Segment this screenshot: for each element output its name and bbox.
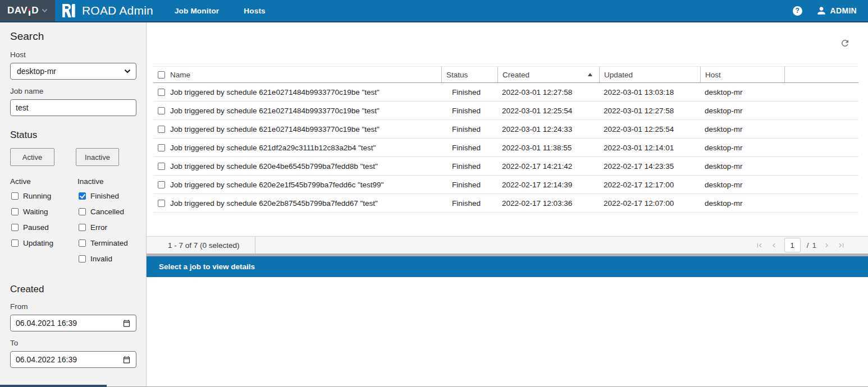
created-from-label: From [10,302,136,311]
job-name-input[interactable]: test [10,99,136,116]
status-checkbox-inactive-4[interactable] [79,255,86,262]
page-separator: / [807,241,809,250]
job-created-cell: 2022-02-17 14:21:42 [497,162,599,171]
host-select[interactable]: desktop-mr [10,63,136,80]
job-updated-cell: 2022-03-01 13:03:18 [599,88,700,96]
first-page-icon [755,241,764,250]
table-row-6[interactable]: Job triggered by schedule 620e2b87545b79… [153,194,858,213]
page-number-input[interactable]: 1 [784,238,801,252]
job-name-cell: Job triggered by schedule 620e4be6545b79… [170,162,378,171]
column-header-status[interactable]: Status [441,67,497,82]
inactive-button[interactable]: Inactive [76,148,119,166]
table-row-0[interactable]: Job triggered by schedule 621e0271484b99… [153,83,858,102]
job-name-cell: Job triggered by schedule 621e0271484b99… [170,107,380,115]
row-checkbox-4[interactable] [158,163,165,170]
pagination-controls: 1 /1 [755,238,846,252]
job-status-cell: Finished [441,107,497,115]
job-updated-cell: 2022-02-17 12:17:00 [599,181,700,189]
pagination-bar: 1 - 7 of 7 (0 selected) 1 /1 [147,236,868,254]
job-created-cell: 2022-03-01 11:38:55 [497,144,599,152]
status-checkbox-active-0[interactable] [11,192,19,200]
status-option-inactive-0[interactable]: Finished [77,192,128,200]
jobs-table: Name Status Created Updated Host Job [153,66,858,213]
status-checkbox-inactive-2[interactable] [79,224,86,231]
job-updated-cell: 2022-03-01 12:14:01 [599,144,700,152]
table-row-3[interactable]: Job triggered by schedule 621df2a29c3111… [153,139,858,157]
chevron-down-icon [42,8,48,13]
job-updated-cell: 2022-02-17 14:23:35 [599,162,700,171]
created-from-input[interactable]: 06.04.2021 16:39 [10,315,136,331]
select-all-checkbox[interactable] [158,71,165,79]
job-host-cell: desktop-mr [700,162,784,171]
road-admin-brand: ROAD Admin [61,3,153,19]
status-checkbox-inactive-0[interactable] [79,192,86,200]
person-icon [816,5,827,16]
created-from-value: 06.04.2021 16:39 [16,319,122,328]
column-header-created[interactable]: Created [497,67,599,82]
help-icon[interactable]: ? [793,6,802,16]
sort-asc-icon [588,73,592,76]
status-buttons: Active Inactive [10,148,136,166]
active-options-column: Running Waiting Paused Updating [10,192,77,270]
row-checkbox-6[interactable] [158,200,165,207]
status-option-inactive-3[interactable]: Terminated [77,239,128,247]
nav-item-hosts[interactable]: Hosts [244,7,266,15]
next-page-button[interactable] [823,241,831,250]
status-checkbox-inactive-3[interactable] [79,239,86,247]
david-logo-menu[interactable]: DAVD [0,0,55,21]
job-created-cell: 2022-03-01 12:24:33 [497,125,599,133]
status-checkbox-inactive-1[interactable] [79,208,86,215]
user-menu[interactable]: ADMIN [816,5,857,16]
chevron-down-icon [124,69,131,73]
inactive-options-column: Finished Cancelled Error Termina [77,192,128,270]
row-checkbox-0[interactable] [158,89,165,96]
first-page-button[interactable] [755,241,764,250]
status-checkbox-active-2[interactable] [11,224,19,231]
status-option-inactive-4[interactable]: Invalid [77,255,128,263]
status-option-inactive-1[interactable]: Cancelled [77,208,128,216]
created-to-value: 06.04.2022 16:39 [16,355,122,364]
active-group-label: Active [10,177,77,186]
table-body: Job triggered by schedule 621e0271484b99… [153,83,858,213]
row-checkbox-1[interactable] [158,107,165,114]
table-row-4[interactable]: Job triggered by schedule 620e4be6545b79… [153,157,858,176]
status-option-active-3[interactable]: Updating [10,239,77,247]
status-options: Running Waiting Paused Updating [10,192,136,270]
page-total-value: 1 [812,241,816,250]
column-header-host[interactable]: Host [700,67,784,82]
status-checkbox-active-3[interactable] [11,239,19,247]
job-name-cell: Job triggered by schedule 621e0271484b99… [170,125,380,133]
active-button[interactable]: Active [10,148,54,166]
table-row-1[interactable]: Job triggered by schedule 621e0271484b99… [153,102,858,120]
page-total: /1 [807,241,816,250]
job-created-cell: 2022-02-17 12:14:39 [497,181,599,189]
column-header-name[interactable]: Name [153,67,441,82]
horizontal-scrollbar-thumb[interactable] [0,385,107,387]
calendar-icon[interactable] [122,356,131,364]
status-option-active-2[interactable]: Paused [10,223,77,232]
job-status-cell: Finished [441,199,497,208]
job-created-cell: 2022-03-01 12:27:58 [497,88,599,96]
job-status-cell: Finished [441,88,497,96]
job-status-cell: Finished [441,181,497,189]
refresh-button[interactable] [839,37,851,51]
column-header-updated[interactable]: Updated [599,67,700,82]
status-option-active-0[interactable]: Running [10,192,77,200]
nav-item-job-monitor[interactable]: Job Monitor [175,7,219,15]
row-checkbox-3[interactable] [158,144,165,151]
job-name-cell: Job triggered by schedule 621e0271484b99… [170,88,380,96]
status-option-inactive-2[interactable]: Error [77,223,128,232]
status-checkbox-active-1[interactable] [11,208,19,215]
row-checkbox-5[interactable] [158,181,165,188]
table-row-2[interactable]: Job triggered by schedule 621e0271484b99… [153,120,858,139]
row-checkbox-2[interactable] [158,126,165,133]
app-window: DAVD ROAD Admin Job Monitor Hosts ? ADMI… [0,0,868,387]
previous-page-button[interactable] [770,241,778,250]
calendar-icon[interactable] [122,319,131,328]
created-to-input[interactable]: 06.04.2022 16:39 [10,351,136,368]
last-page-button[interactable] [837,241,846,250]
table-row-5[interactable]: Job triggered by schedule 620e2e1f545b79… [153,176,858,194]
job-host-cell: desktop-mr [700,125,784,133]
job-host-cell: desktop-mr [700,88,784,96]
status-option-active-1[interactable]: Waiting [10,208,77,216]
